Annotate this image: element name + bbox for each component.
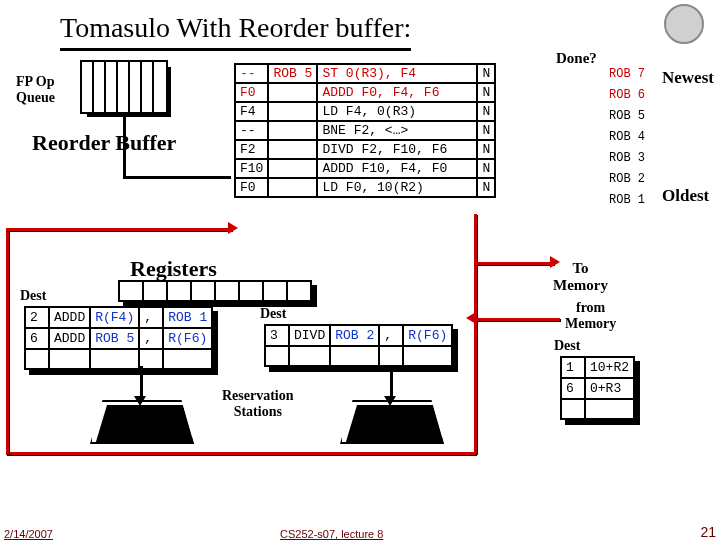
rob-id-2: ROB 2 bbox=[609, 172, 645, 186]
rs-mul-table: 3DIVDROB 2,R(F6) bbox=[264, 324, 453, 367]
to-memory-label: ToMemory bbox=[553, 260, 608, 294]
from-memory-label: fromMemory bbox=[565, 300, 616, 332]
seal-logo bbox=[664, 4, 704, 44]
rob-id-1: ROB 1 bbox=[609, 193, 645, 207]
cdb-line bbox=[6, 452, 476, 455]
rob-id-7: ROB 7 bbox=[609, 67, 645, 81]
fp-op-queue-block bbox=[80, 60, 168, 114]
dest-label-mem: Dest bbox=[554, 338, 580, 354]
mem-ls-table: 110+R2 60+R3 bbox=[560, 356, 635, 420]
arrow-icon bbox=[228, 222, 238, 234]
registers-block bbox=[118, 280, 312, 302]
bus-line bbox=[474, 262, 554, 265]
arrow-icon bbox=[550, 256, 560, 268]
rob-id-3: ROB 3 bbox=[609, 151, 645, 165]
arrow-icon bbox=[466, 312, 476, 324]
connector bbox=[123, 112, 126, 178]
fp-adders-unit: FP adders bbox=[90, 400, 194, 444]
bus-line bbox=[474, 214, 477, 454]
bus-line bbox=[474, 318, 560, 321]
reorder-buffer-label: Reorder Buffer bbox=[32, 130, 176, 156]
oldest-label: Oldest bbox=[662, 186, 709, 206]
rob-id-6: ROB 6 bbox=[609, 88, 645, 102]
fp-multipliers-unit: FP multipliers bbox=[340, 400, 444, 444]
fp-op-queue-label: FP OpQueue bbox=[16, 74, 55, 106]
footer-date: 2/14/2007 bbox=[4, 528, 53, 540]
rob-table: --ROB 5ST 0(R3), F4N F0ADDD F0, F4, F6N … bbox=[234, 63, 496, 198]
done-label: Done? bbox=[556, 50, 597, 67]
slide-title: Tomasulo With Reorder buffer: bbox=[60, 12, 411, 51]
dest-label-mul: Dest bbox=[260, 306, 286, 322]
footer-slide-number: 21 bbox=[700, 524, 716, 540]
bus-line bbox=[6, 228, 232, 231]
registers-label: Registers bbox=[130, 256, 217, 282]
newest-label: Newest bbox=[662, 68, 714, 88]
reservation-stations-label: ReservationStations bbox=[222, 388, 294, 420]
dest-label-add: Dest bbox=[20, 288, 46, 304]
bus-line bbox=[6, 228, 9, 454]
rob-id-4: ROB 4 bbox=[609, 130, 645, 144]
rs-add-table: 2ADDDR(F4),ROB 1 6ADDDROB 5,R(F6) bbox=[24, 306, 213, 370]
connector bbox=[123, 176, 231, 179]
footer-course: CS252-s07, lecture 8 bbox=[280, 528, 383, 540]
arrow-icon bbox=[384, 396, 396, 406]
arrow-icon bbox=[134, 396, 146, 406]
rob-id-5: ROB 5 bbox=[609, 109, 645, 123]
